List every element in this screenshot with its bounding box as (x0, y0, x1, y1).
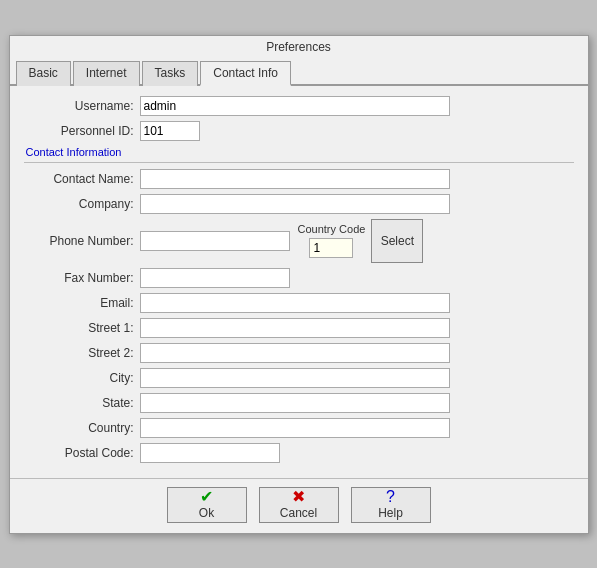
email-label: Email: (24, 296, 134, 310)
fax-number-input[interactable] (140, 268, 290, 288)
country-code-label: Country Code (298, 223, 366, 236)
tab-basic[interactable]: Basic (16, 61, 71, 86)
bottom-bar: ✔ Ok ✖ Cancel ? Help (10, 478, 588, 533)
postal-code-row: Postal Code: (24, 443, 574, 463)
street2-input[interactable] (140, 343, 450, 363)
personnel-id-row: Personnel ID: (24, 121, 574, 141)
contact-name-row: Contact Name: (24, 169, 574, 189)
city-input[interactable] (140, 368, 450, 388)
cancel-label: Cancel (280, 506, 317, 520)
state-label: State: (24, 396, 134, 410)
country-input[interactable] (140, 418, 450, 438)
divider-top (24, 162, 574, 163)
street2-label: Street 2: (24, 346, 134, 360)
preferences-dialog: Preferences Basic Internet Tasks Contact… (9, 35, 589, 534)
country-code-input[interactable] (309, 238, 353, 258)
tab-tasks[interactable]: Tasks (142, 61, 199, 86)
help-icon: ? (386, 489, 395, 505)
personnel-id-label: Personnel ID: (24, 124, 134, 138)
email-input[interactable] (140, 293, 450, 313)
tab-internet[interactable]: Internet (73, 61, 140, 86)
username-row: Username: (24, 96, 574, 116)
company-label: Company: (24, 197, 134, 211)
street1-row: Street 1: (24, 318, 574, 338)
tab-bar: Basic Internet Tasks Contact Info (10, 59, 588, 86)
cancel-button[interactable]: ✖ Cancel (259, 487, 339, 523)
help-button[interactable]: ? Help (351, 487, 431, 523)
fax-number-row: Fax Number: (24, 268, 574, 288)
fax-number-label: Fax Number: (24, 271, 134, 285)
phone-number-row: Phone Number: Country Code Select (24, 219, 574, 263)
contact-name-label: Contact Name: (24, 172, 134, 186)
tab-contact-info[interactable]: Contact Info (200, 61, 291, 86)
username-label: Username: (24, 99, 134, 113)
street2-row: Street 2: (24, 343, 574, 363)
personnel-id-input[interactable] (140, 121, 200, 141)
postal-code-label: Postal Code: (24, 446, 134, 460)
dialog-title: Preferences (10, 36, 588, 57)
phone-number-input[interactable] (140, 231, 290, 251)
email-row: Email: (24, 293, 574, 313)
country-label: Country: (24, 421, 134, 435)
city-label: City: (24, 371, 134, 385)
country-code-box: Country Code (298, 223, 366, 258)
contact-info-section-label: Contact Information (24, 146, 574, 158)
username-input[interactable] (140, 96, 450, 116)
help-label: Help (378, 506, 403, 520)
cancel-icon: ✖ (292, 489, 305, 505)
ok-label: Ok (199, 506, 214, 520)
city-row: City: (24, 368, 574, 388)
postal-code-input[interactable] (140, 443, 280, 463)
state-row: State: (24, 393, 574, 413)
street1-input[interactable] (140, 318, 450, 338)
ok-icon: ✔ (200, 489, 213, 505)
state-input[interactable] (140, 393, 450, 413)
company-input[interactable] (140, 194, 450, 214)
contact-name-input[interactable] (140, 169, 450, 189)
country-row: Country: (24, 418, 574, 438)
street1-label: Street 1: (24, 321, 134, 335)
company-row: Company: (24, 194, 574, 214)
ok-button[interactable]: ✔ Ok (167, 487, 247, 523)
select-button[interactable]: Select (371, 219, 423, 263)
tab-content: Username: Personnel ID: Contact Informat… (10, 86, 588, 478)
phone-number-label: Phone Number: (24, 234, 134, 248)
